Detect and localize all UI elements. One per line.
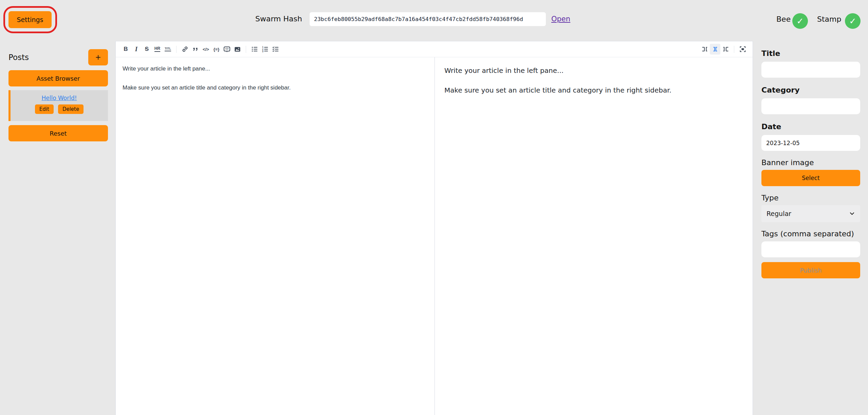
ordered-list-icon[interactable]: 1 2 3 [260, 44, 270, 55]
markdown-editor: B I S HR TITL </> {≡} [115, 41, 753, 415]
inline-code-icon[interactable]: </> [201, 44, 211, 55]
title-heading-icon[interactable]: TITL [163, 44, 173, 55]
horizontal-rule-icon[interactable]: HR [152, 44, 163, 55]
select-banner-button[interactable]: Select [761, 170, 860, 186]
editor-toolbar: B I S HR TITL </> {≡} [116, 41, 753, 57]
editor-only-view-icon[interactable] [699, 44, 710, 55]
strikethrough-icon[interactable]: S [142, 44, 152, 55]
edit-post-button[interactable]: Edit [35, 104, 54, 114]
swarm-hash-input[interactable] [310, 12, 546, 26]
reset-button[interactable]: Reset [8, 125, 108, 141]
title-label: Title [761, 49, 860, 58]
markdown-input-pane[interactable]: Write your article in the left pane... M… [116, 57, 435, 415]
bee-check-icon: ✓ [792, 13, 808, 29]
markdown-preview-pane: Write your article in the left pane... M… [435, 57, 753, 415]
italic-icon[interactable]: I [131, 44, 142, 55]
open-link[interactable]: Open [551, 15, 570, 23]
svg-text:3: 3 [262, 50, 263, 53]
date-input[interactable] [761, 135, 860, 151]
bold-icon[interactable]: B [121, 44, 131, 55]
chevron-down-icon [849, 211, 855, 217]
publish-button[interactable]: Publish [761, 262, 860, 278]
article-meta-panel: Title Category Date Banner image Select … [761, 49, 860, 278]
preview-line: Write your article in the left pane... [444, 66, 743, 75]
link-icon[interactable] [180, 44, 190, 55]
category-label: Category [761, 86, 860, 94]
tags-label: Tags (comma separated) [761, 230, 860, 238]
image-icon[interactable] [232, 44, 243, 55]
stamp-status-label: Stamp [817, 15, 841, 23]
bee-status-label: Bee [776, 15, 791, 23]
markdown-line: Write your article in the left pane... [123, 64, 428, 73]
settings-button[interactable]: Settings [8, 11, 52, 28]
svg-text:<>: <> [225, 47, 229, 51]
banner-image-label: Banner image [761, 158, 860, 167]
toolbar-divider [176, 46, 177, 53]
category-input[interactable] [761, 98, 860, 114]
asset-browser-button[interactable]: Asset Browser [8, 70, 108, 86]
post-title-link[interactable]: Hello World! [41, 95, 77, 101]
add-post-button[interactable]: + [88, 49, 108, 65]
preview-line: Make sure you set an article title and c… [444, 85, 743, 95]
type-select[interactable]: Regular [761, 205, 860, 222]
toolbar-divider [734, 46, 734, 53]
tags-input[interactable] [761, 241, 860, 257]
task-list-icon[interactable] [270, 44, 281, 55]
posts-sidebar: Posts + Asset Browser Hello World! Edit … [8, 49, 108, 141]
posts-heading: Posts [8, 53, 29, 62]
comment-code-icon[interactable]: <> [222, 44, 232, 55]
stamp-check-icon: ✓ [845, 13, 861, 29]
type-select-value: Regular [767, 210, 791, 217]
fullscreen-icon[interactable] [737, 44, 748, 55]
toolbar-divider [246, 46, 246, 53]
bullet-list-icon[interactable] [249, 44, 260, 55]
preview-only-view-icon[interactable] [720, 44, 731, 55]
delete-post-button[interactable]: Delete [58, 104, 84, 114]
date-label: Date [761, 122, 860, 131]
swarm-hash-label: Swarm Hash [255, 15, 302, 23]
app-window: Settings Swarm Hash Open Bee ✓ Stamp ✓ P… [0, 0, 868, 415]
code-block-icon[interactable]: {≡} [211, 44, 222, 55]
markdown-line: Make sure you set an article title and c… [123, 83, 428, 92]
type-label: Type [761, 194, 860, 202]
title-input[interactable] [761, 62, 860, 78]
blockquote-icon[interactable] [190, 44, 201, 55]
split-view-icon[interactable] [710, 44, 720, 55]
post-list-item: Hello World! Edit Delete [8, 90, 108, 121]
